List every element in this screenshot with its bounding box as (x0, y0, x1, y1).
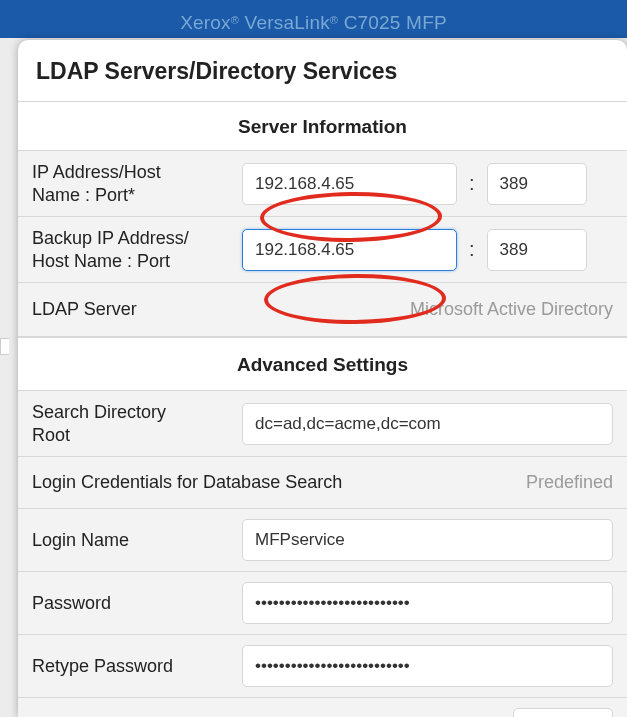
backup-port-input[interactable]: 389 (487, 229, 587, 271)
registered-icon: ® (231, 14, 239, 26)
backup-ip-label: Backup IP Address/ Host Name : Port (32, 227, 242, 272)
max-results-input[interactable]: 100 (513, 708, 613, 717)
ip-host-input[interactable]: 192.168.4.65 (242, 163, 457, 205)
login-credentials-value: Predefined (526, 472, 613, 493)
ldap-server-value: Microsoft Active Directory (410, 299, 613, 320)
search-root-label: Search Directory Root (32, 401, 242, 446)
login-credentials-row[interactable]: Login Credentials for Database Search Pr… (18, 457, 627, 509)
login-name-row: Login Name MFPservice (18, 509, 627, 572)
login-credentials-label: Login Credentials for Database Search (32, 471, 526, 494)
ldap-settings-modal: LDAP Servers/Directory Services Server I… (18, 40, 627, 717)
device-model: C7025 MFP (338, 12, 447, 33)
ip-address-row: IP Address/Host Name : Port* 192.168.4.6… (18, 151, 627, 217)
backup-ip-inputs: 192.168.4.65 : 389 (242, 229, 587, 271)
backup-ip-row: Backup IP Address/ Host Name : Port 192.… (18, 217, 627, 283)
login-name-input[interactable]: MFPservice (242, 519, 613, 561)
ldap-server-row[interactable]: LDAP Server Microsoft Active Directory (18, 283, 627, 337)
registered-icon: ® (330, 14, 338, 26)
server-info-header: Server Information (18, 102, 627, 151)
backup-host-input[interactable]: 192.168.4.65 (242, 229, 457, 271)
ip-port-input[interactable]: 389 (487, 163, 587, 205)
max-results-row: Maximum Number of Search Results 5–100 1… (18, 698, 627, 717)
retype-password-input[interactable]: •••••••••••••••••••••••••• (242, 645, 613, 687)
colon-separator: : (467, 172, 477, 195)
device-brand: Xerox (180, 12, 231, 33)
retype-password-label: Retype Password (32, 655, 242, 678)
modal-title: LDAP Servers/Directory Services (18, 40, 627, 102)
retype-password-row: Retype Password ••••••••••••••••••••••••… (18, 635, 627, 698)
search-directory-root-row: Search Directory Root dc=ad,dc=acme,dc=c… (18, 391, 627, 457)
colon-separator: : (467, 238, 477, 261)
device-series: VersaLink (239, 12, 330, 33)
search-root-input[interactable]: dc=ad,dc=acme,dc=com (242, 403, 613, 445)
login-name-label: Login Name (32, 529, 242, 552)
ip-address-label: IP Address/Host Name : Port* (32, 161, 242, 206)
password-input[interactable]: •••••••••••••••••••••••••• (242, 582, 613, 624)
password-label: Password (32, 592, 242, 615)
ip-address-inputs: 192.168.4.65 : 389 (242, 163, 587, 205)
password-row: Password •••••••••••••••••••••••••• (18, 572, 627, 635)
advanced-settings-header: Advanced Settings (18, 337, 627, 391)
device-title: Xerox® VersaLink® C7025 MFP (0, 0, 627, 34)
ldap-server-label: LDAP Server (32, 298, 410, 321)
